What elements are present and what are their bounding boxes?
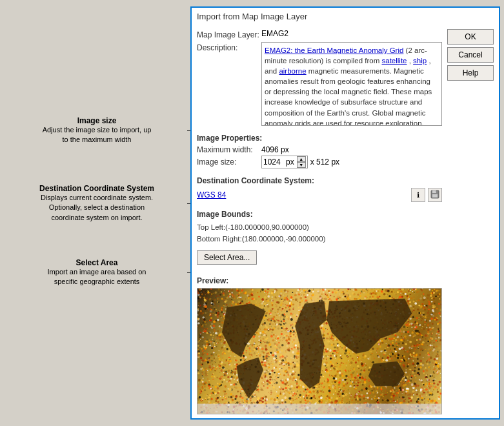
save-icon (430, 190, 439, 200)
desc-link-airborne[interactable]: airborne (279, 67, 306, 75)
image-size-desc-label: Adjust the image size to import, up to t… (6, 125, 187, 145)
coord-system-row: WGS 84 ℹ (197, 188, 442, 202)
bottom-right-bound: Bottom Right:(180.000000,-90.000000) (197, 233, 442, 245)
description-wrapper: EMAG2: the Earth Magnetic Anomaly Grid (… (261, 42, 442, 126)
image-bounds-text: Top Left:(-180.000000,90.000000) Bottom … (197, 221, 442, 245)
svg-rect-2 (432, 194, 438, 198)
image-size-suffix: x 512 px (310, 157, 339, 167)
help-button[interactable]: Help (447, 65, 494, 81)
image-size-value: 1024 (263, 157, 286, 167)
image-size-unit: px (286, 157, 294, 167)
image-size-label: Image size: (197, 157, 261, 167)
image-size-spinbox[interactable]: 1024 px ▲ ▼ (261, 156, 308, 168)
dialog-body: Map Image Layer: EMAG2 Description: EMAG… (192, 25, 499, 418)
description-textbox[interactable]: EMAG2: the Earth Magnetic Anomaly Grid (… (261, 42, 442, 126)
desc-link-emag2[interactable]: EMAG2: the Earth Magnetic Anomaly Grid (265, 46, 403, 54)
select-area-row: Select Area... (197, 250, 442, 269)
desc-text-4: magnetic measurements. Magnetic anomalie… (265, 67, 432, 126)
spin-down-button[interactable]: ▼ (297, 162, 306, 168)
preview-canvas (197, 289, 441, 414)
map-image-layer-value: EMAG2 (261, 29, 442, 38)
max-width-value: 4096 px (261, 145, 289, 154)
info-icon: ℹ (417, 191, 419, 199)
preview-container (197, 288, 442, 414)
spin-up-button[interactable]: ▲ (297, 156, 306, 162)
dialog-title: Import from Map Image Layer (192, 8, 499, 25)
app-window: Image size Adjust the image size to impo… (0, 0, 504, 426)
image-size-title-label: Image size (6, 116, 187, 125)
select-area-desc-label: Import an image area based on specific g… (6, 267, 187, 287)
desc-link-satellite[interactable]: satellite (382, 57, 407, 65)
ok-button[interactable]: OK (447, 29, 494, 45)
top-left-bound: Top Left:(-180.000000,90.000000) (197, 221, 442, 233)
description-row: Description: EMAG2: the Earth Magnetic A… (197, 42, 442, 126)
map-image-layer-label: Map Image Layer: (197, 29, 261, 39)
image-size-spinbuttons[interactable]: ▲ ▼ (297, 156, 306, 168)
coord-title-label: Destination Coordinate System (6, 184, 187, 193)
coord-icon-buttons: ℹ (411, 188, 442, 202)
image-size-row: Image size: 1024 px ▲ ▼ x 512 px (197, 156, 442, 168)
coord-system-link[interactable]: WGS 84 (197, 190, 408, 199)
preview-header: Preview: (197, 276, 442, 285)
left-annotation-panel: Image size Adjust the image size to impo… (0, 0, 194, 426)
save-icon-button[interactable] (428, 188, 442, 202)
select-area-button[interactable]: Select Area... (197, 250, 257, 265)
image-bounds-header: Image Bounds: (197, 210, 442, 219)
info-icon-button[interactable]: ℹ (411, 188, 425, 202)
map-image-layer-row: Map Image Layer: EMAG2 (197, 29, 442, 39)
dialog-main-content: Map Image Layer: EMAG2 Description: EMAG… (197, 29, 442, 414)
max-width-row: Maximum width: 4096 px (197, 145, 442, 154)
description-label: Description: (197, 42, 261, 52)
import-dialog: Import from Map Image Layer Map Image La… (190, 6, 500, 420)
dialog-button-panel: OK Cancel Help (447, 29, 494, 414)
dest-coord-header: Destination Coordinate System: (197, 176, 442, 185)
cancel-button[interactable]: Cancel (447, 47, 494, 63)
coord-desc-label: Displays current coordinate system. Opti… (6, 193, 187, 223)
desc-link-ship[interactable]: ship (413, 57, 427, 65)
svg-rect-3 (436, 191, 436, 193)
max-width-label: Maximum width: (197, 145, 261, 154)
select-area-title-label: Select Area (6, 258, 187, 267)
image-properties-header: Image Properties: (197, 134, 442, 143)
